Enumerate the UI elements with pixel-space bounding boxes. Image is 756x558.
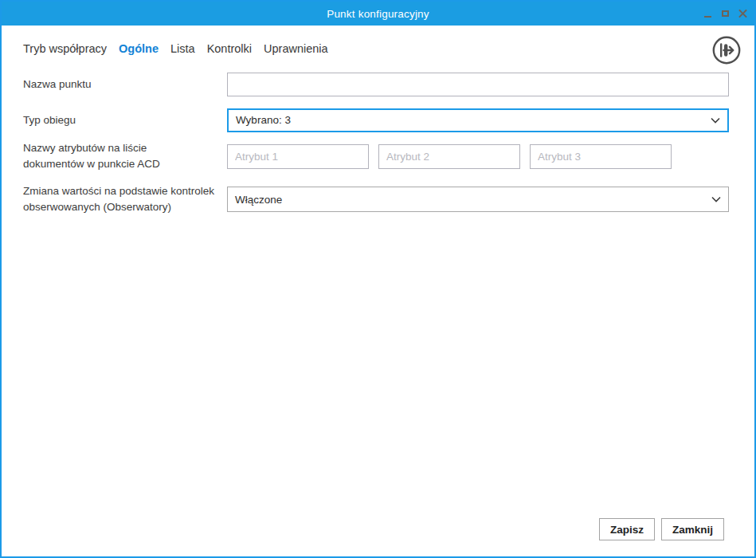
sliders-arrow-button[interactable] — [711, 35, 742, 65]
close-icon — [738, 10, 747, 18]
obserwatory-select[interactable]: Włączone — [227, 187, 729, 212]
save-button[interactable]: Zapisz — [599, 518, 655, 540]
obserwatory-label-line2: obserwowanych (Obserwatory) — [23, 201, 171, 213]
atrybut-1-input[interactable] — [227, 144, 369, 169]
tab-strip: Tryb współpracy Ogólne Lista Kontrolki U… — [23, 42, 328, 55]
obserwatory-selected-value: Włączone — [235, 194, 282, 206]
chevron-down-icon — [711, 196, 721, 202]
typ-obiegu-selected-value: Wybrano: 3 — [236, 114, 291, 126]
typ-obiegu-select[interactable]: Wybrano: 3 — [227, 108, 729, 132]
tab-kontrolki[interactable]: Kontrolki — [207, 42, 252, 55]
footer-buttons: Zapisz Zamknij — [599, 518, 724, 540]
tab-tryb-wspolpracy[interactable]: Tryb współpracy — [23, 42, 107, 55]
tab-uprawnienia[interactable]: Uprawnienia — [264, 42, 328, 55]
sliders-arrow-icon — [711, 35, 742, 65]
titlebar: Punkt konfiguracyjny — [2, 2, 754, 26]
minimize-button[interactable] — [702, 8, 713, 19]
atrybuty-label-line1: Nazwy atrybutów na liście — [23, 142, 147, 154]
minimize-icon — [704, 16, 711, 18]
atrybut-2-input[interactable] — [378, 144, 520, 169]
close-dialog-button[interactable]: Zamknij — [661, 518, 724, 540]
tab-lista[interactable]: Lista — [170, 42, 195, 55]
typ-obiegu-label: Typ obiegu — [23, 112, 227, 128]
maximize-icon — [722, 10, 729, 17]
obserwatory-label-line1: Zmiana wartości na podstawie kontrolek — [23, 185, 214, 197]
atrybut-3-input[interactable] — [530, 144, 672, 169]
row-typ-obiegu: Typ obiegu Wybrano: 3 — [23, 108, 729, 132]
row-nazwa-punktu: Nazwa punktu — [23, 72, 729, 96]
maximize-button[interactable] — [719, 8, 731, 19]
window-controls — [702, 2, 748, 26]
atrybuty-label-line2: dokumentów w punkcie ACD — [23, 158, 160, 170]
tab-ogolne[interactable]: Ogólne — [119, 42, 159, 55]
nazwa-punktu-label: Nazwa punktu — [23, 77, 227, 92]
dialog-window: Punkt konfiguracyjny Tryb współpracy Ogó… — [0, 0, 756, 558]
row-obserwatory: Zmiana wartości na podstawie kontrolek o… — [23, 184, 729, 214]
row-atrybuty: Nazwy atrybutów na liście dokumentów w p… — [23, 141, 729, 171]
nazwa-punktu-input[interactable] — [227, 73, 729, 96]
close-button[interactable] — [737, 8, 748, 19]
window-title: Punkt konfiguracyjny — [327, 8, 429, 20]
chevron-down-icon — [711, 117, 720, 124]
obserwatory-label: Zmiana wartości na podstawie kontrolek o… — [23, 183, 227, 214]
atrybuty-label: Nazwy atrybutów na liście dokumentów w p… — [23, 140, 227, 171]
